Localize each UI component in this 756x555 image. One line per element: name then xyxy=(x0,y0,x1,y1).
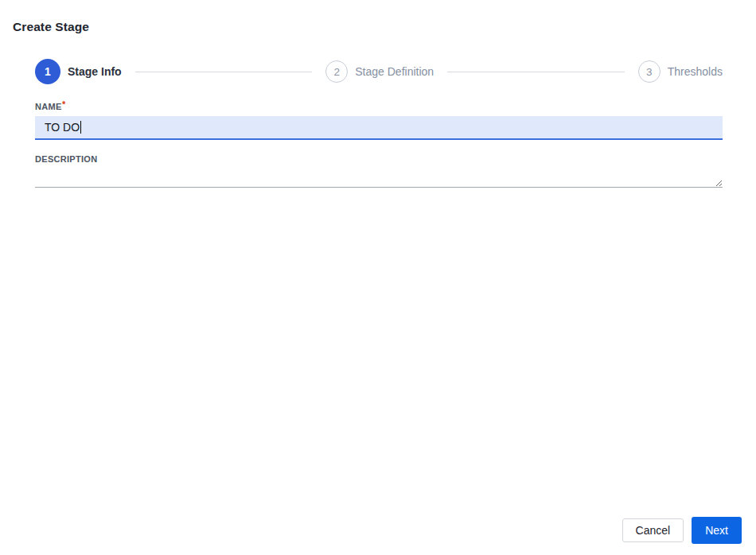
step-2-label: Stage Definition xyxy=(355,65,434,78)
step-2-circle: 2 xyxy=(325,60,348,83)
stepper-step-stage-info[interactable]: 1 Stage Info xyxy=(35,59,122,84)
step-1-circle: 1 xyxy=(35,59,60,84)
stepper-connector xyxy=(447,72,625,72)
text-caret xyxy=(80,121,81,134)
cancel-button[interactable]: Cancel xyxy=(622,518,684,542)
wizard-stepper: 1 Stage Info 2 Stage Definition 3 Thresh… xyxy=(35,59,723,84)
description-label-text: DESCRIPTION xyxy=(35,154,97,164)
required-indicator: * xyxy=(62,99,66,109)
step-3-label: Thresholds xyxy=(668,65,723,78)
name-label-text: NAME xyxy=(35,102,62,111)
name-input-value: TO DO xyxy=(45,121,80,134)
stepper-step-stage-definition[interactable]: 2 Stage Definition xyxy=(325,60,434,83)
description-field-label: DESCRIPTION xyxy=(35,154,97,164)
stepper-step-thresholds[interactable]: 3 Thresholds xyxy=(638,60,723,83)
dialog-footer: Cancel Next xyxy=(622,517,742,544)
stepper-connector xyxy=(135,72,313,72)
name-field-label: NAME* xyxy=(35,102,66,111)
step-3-circle: 3 xyxy=(638,60,661,83)
next-button[interactable]: Next xyxy=(692,517,742,544)
name-input[interactable]: TO DO xyxy=(35,116,723,140)
page-title: Create Stage xyxy=(13,20,89,34)
step-1-label: Stage Info xyxy=(68,65,122,78)
description-input[interactable] xyxy=(35,166,723,188)
